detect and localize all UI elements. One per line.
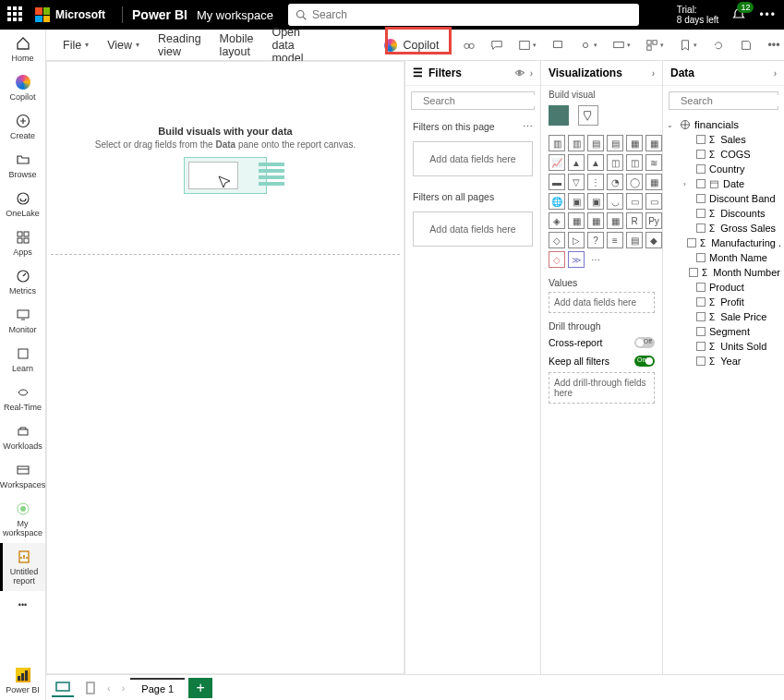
viz-multi-card[interactable]: ▭ xyxy=(645,193,662,210)
field-discount-band[interactable]: Discount Band xyxy=(667,191,780,206)
checkbox[interactable] xyxy=(689,268,698,277)
build-visual-mode[interactable] xyxy=(549,105,569,126)
viz-custom1[interactable]: ◇ xyxy=(549,251,565,268)
viz-ribbon[interactable]: ≋ xyxy=(645,154,662,171)
nav-browse[interactable]: Browse xyxy=(0,146,45,185)
viz-line[interactable]: 📈 xyxy=(549,154,565,171)
prev-page[interactable]: ‹ xyxy=(102,682,116,694)
data-search[interactable] xyxy=(669,91,778,110)
share-button[interactable]: ▾ xyxy=(612,34,631,56)
collapse-icon[interactable]: ⌄ xyxy=(667,121,676,129)
collapse-icon[interactable]: › xyxy=(774,68,777,78)
viz-values-dropzone[interactable]: Add data fields here xyxy=(549,292,655,313)
viz-key-influencer[interactable]: ◇ xyxy=(549,232,565,248)
nav-workspaces[interactable]: Workspaces xyxy=(0,456,45,495)
viz-stacked-area[interactable]: ▲ xyxy=(587,154,604,171)
viz-line-stacked[interactable]: ◫ xyxy=(607,154,623,171)
copilot-button[interactable]: Copilot xyxy=(375,35,448,55)
nav-learn[interactable]: Learn xyxy=(0,340,45,379)
field-cogs[interactable]: COGS xyxy=(667,147,780,162)
nav-onelake[interactable]: OneLake xyxy=(0,185,45,223)
viz-custom2[interactable]: ≫ xyxy=(568,251,585,268)
eye-icon[interactable]: 👁 xyxy=(515,68,525,78)
nav-copilot[interactable]: Copilot xyxy=(0,68,45,107)
nav-apps[interactable]: Apps xyxy=(0,223,45,262)
viz-drill-dropzone[interactable]: Add drill-through fields here xyxy=(549,372,655,404)
workspace-label[interactable]: My workspace xyxy=(197,8,273,22)
nav-create[interactable]: Create xyxy=(0,107,45,146)
nav-myworkspace[interactable]: My workspace xyxy=(0,495,45,543)
save-button[interactable] xyxy=(740,34,753,56)
mobile-view[interactable] xyxy=(79,679,102,697)
viz-powerapps[interactable]: ◆ xyxy=(645,232,662,248)
viz-funnel[interactable]: ▽ xyxy=(568,174,585,190)
viz-waterfall[interactable]: ▬ xyxy=(549,174,565,190)
more-icon[interactable]: ⋯ xyxy=(523,121,533,132)
reset-button[interactable] xyxy=(712,34,725,56)
viz-table[interactable]: ▦ xyxy=(587,212,604,229)
nav-powerbi-app[interactable]: Power BI xyxy=(0,661,45,700)
viz-map[interactable]: 🌐 xyxy=(549,193,565,210)
nav-workloads[interactable]: Workloads xyxy=(0,417,45,456)
global-search-input[interactable] xyxy=(312,8,632,21)
viz-clustered-column[interactable]: ▤ xyxy=(607,135,623,151)
collapse-icon[interactable]: › xyxy=(652,68,655,78)
filters-all-dropzone[interactable]: Add data fields here xyxy=(413,211,533,247)
checkbox[interactable] xyxy=(696,312,706,321)
data-search-input[interactable] xyxy=(681,95,784,106)
viz-r[interactable]: R xyxy=(626,212,643,229)
add-page-button[interactable]: + xyxy=(188,678,212,698)
checkbox[interactable] xyxy=(696,194,706,203)
viz-line-clustered[interactable]: ◫ xyxy=(626,154,643,171)
viz-py[interactable]: Py xyxy=(645,212,662,229)
table-financials[interactable]: ⌄financials xyxy=(667,117,780,132)
viz-more[interactable]: ⋯ xyxy=(587,251,604,268)
more-button[interactable]: ••• xyxy=(759,8,777,21)
checkbox[interactable] xyxy=(696,283,706,292)
filters-page-dropzone[interactable]: Add data fields here xyxy=(413,141,533,176)
viz-paginated[interactable]: ▤ xyxy=(626,232,643,248)
next-page[interactable]: › xyxy=(116,682,131,694)
trial-status[interactable]: Trial: 8 days left xyxy=(677,5,719,25)
viz-kpi[interactable]: ◈ xyxy=(549,212,565,229)
checkbox[interactable] xyxy=(696,164,706,174)
checkbox[interactable] xyxy=(696,356,706,366)
viz-area[interactable]: ▲ xyxy=(568,154,585,171)
format-visual-mode[interactable] xyxy=(578,105,598,126)
field-month-name[interactable]: Month Name xyxy=(667,250,780,265)
field-manufacturing-[interactable]: Manufacturing ... xyxy=(667,235,780,250)
viz-clustered-bar[interactable]: ▤ xyxy=(587,135,604,151)
field-segment[interactable]: Segment xyxy=(667,324,780,339)
pin-button[interactable] xyxy=(551,34,564,56)
checkbox[interactable] xyxy=(696,179,706,188)
menu-mobile[interactable]: Mobile layout xyxy=(212,29,261,62)
menu-readingview[interactable]: Reading view xyxy=(151,29,209,62)
menu-file[interactable]: File▾ xyxy=(55,35,96,55)
field-profit[interactable]: Profit xyxy=(667,295,780,309)
tab-page1[interactable]: Page 1 xyxy=(130,678,185,698)
nav-more[interactable]: ••• xyxy=(0,591,45,619)
text-button[interactable]: ▾ xyxy=(518,34,537,56)
checkbox[interactable] xyxy=(696,297,706,307)
checkbox[interactable] xyxy=(696,253,706,262)
viz-treemap[interactable]: ▦ xyxy=(645,174,662,190)
checkbox[interactable] xyxy=(696,223,706,233)
viz-100-bar[interactable]: ▦ xyxy=(626,135,643,151)
field-product[interactable]: Product xyxy=(667,280,780,295)
viz-narrative[interactable]: ≡ xyxy=(607,232,623,248)
viz-donut[interactable]: ◯ xyxy=(626,174,643,190)
comment-button[interactable] xyxy=(490,34,503,56)
field-discounts[interactable]: Discounts xyxy=(667,206,780,221)
nav-home[interactable]: Home xyxy=(0,30,45,68)
field-date[interactable]: ›Date xyxy=(667,176,780,191)
viz-decomposition[interactable]: ▷ xyxy=(568,232,585,248)
checkbox[interactable] xyxy=(696,135,706,144)
refresh-button[interactable]: ▾ xyxy=(579,34,597,56)
nav-realtime[interactable]: Real-Time xyxy=(0,379,45,417)
notifications-button[interactable]: 12 xyxy=(731,7,746,22)
viz-card[interactable]: ▭ xyxy=(626,193,643,210)
nav-untitled-report[interactable]: Untitled report xyxy=(0,543,45,591)
desktop-view[interactable] xyxy=(52,679,74,697)
checkbox[interactable] xyxy=(687,238,696,247)
viz-matrix[interactable]: ▦ xyxy=(607,212,623,229)
